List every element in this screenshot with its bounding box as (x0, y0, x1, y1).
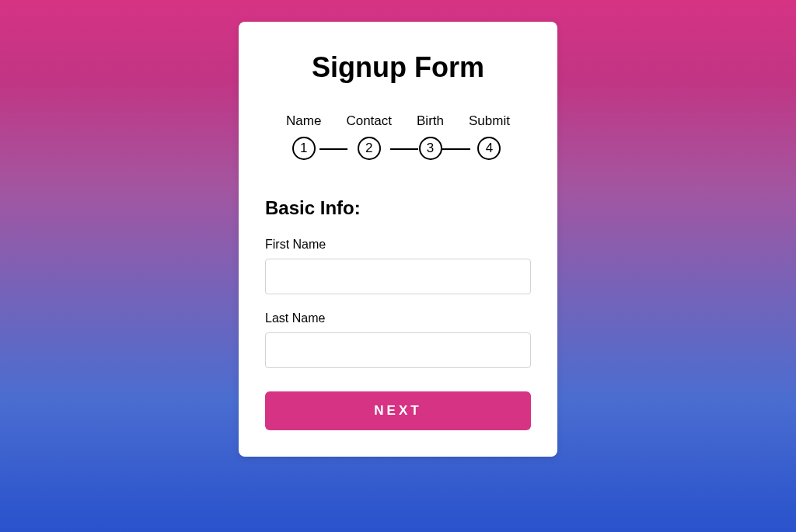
step-label: Submit (469, 113, 510, 129)
last-name-field-group: Last Name (265, 311, 531, 368)
first-name-label: First Name (265, 238, 531, 252)
step-circle: 3 (419, 137, 442, 160)
step-circle: 2 (358, 137, 381, 160)
last-name-label: Last Name (265, 311, 531, 325)
step-name: Name 1 (286, 113, 321, 160)
step-circle: 4 (477, 137, 501, 160)
step-label: Contact (346, 113, 392, 129)
first-name-field-group: First Name (265, 238, 531, 294)
last-name-input[interactable] (265, 332, 531, 368)
step-label: Name (286, 113, 321, 129)
step-circle: 1 (292, 137, 316, 160)
signup-card: Signup Form Name 1 Contact 2 Birth 3 Sub… (239, 22, 557, 457)
progress-stepper: Name 1 Contact 2 Birth 3 Submit 4 (265, 113, 531, 160)
step-birth: Birth 3 (417, 113, 444, 160)
page-title: Signup Form (265, 51, 531, 84)
next-button[interactable]: NEXT (265, 391, 531, 430)
step-submit: Submit 4 (469, 113, 510, 160)
step-connector (390, 148, 418, 150)
first-name-input[interactable] (265, 259, 531, 294)
step-label: Birth (417, 113, 444, 129)
section-title: Basic Info: (265, 197, 531, 219)
step-connector (319, 148, 347, 150)
step-connector (442, 148, 470, 150)
step-contact: Contact 2 (346, 113, 392, 160)
